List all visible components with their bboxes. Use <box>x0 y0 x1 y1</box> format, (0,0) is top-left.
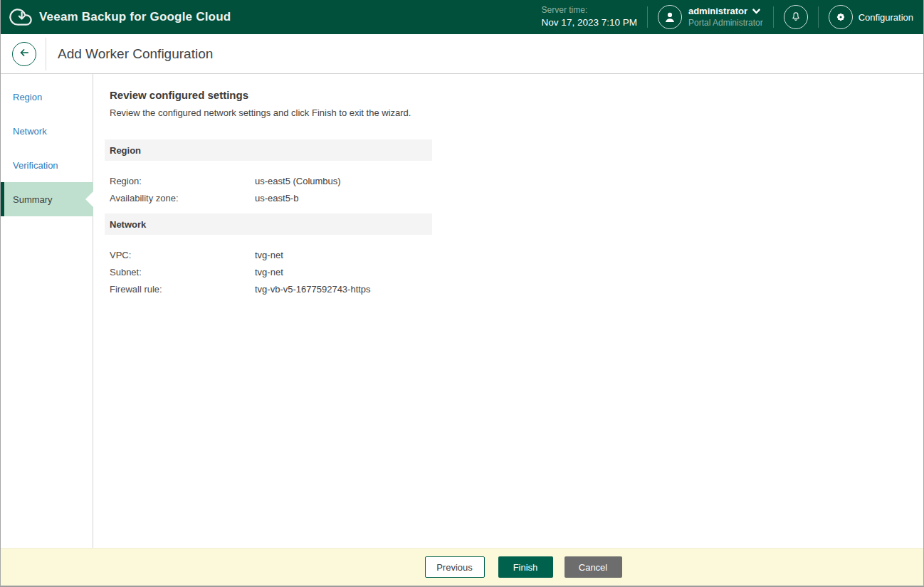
section-rows: Region: us-east5 (Columbus) Availability… <box>105 161 432 206</box>
page-header: Add Worker Configuration <box>1 34 923 74</box>
app-window: Veeam Backup for Google Cloud Server tim… <box>0 0 924 587</box>
summary-row: Subnet: tvg-net <box>110 263 432 280</box>
user-avatar <box>658 5 682 29</box>
row-label: VPC: <box>110 250 255 260</box>
sidebar-item-network[interactable]: Network <box>1 114 93 148</box>
section-header: Region <box>105 139 432 161</box>
cancel-button[interactable]: Cancel <box>565 556 622 578</box>
content-subheading: Review the configured network settings a… <box>110 107 906 120</box>
brand: Veeam Backup for Google Cloud <box>9 6 231 28</box>
row-label: Subnet: <box>110 267 255 277</box>
row-value: tvg-net <box>255 267 283 277</box>
summary-row: Region: us-east5 (Columbus) <box>110 172 432 189</box>
back-button[interactable] <box>12 42 36 66</box>
wizard-content: Review configured settings Review the co… <box>93 74 923 548</box>
gear-icon <box>829 5 853 29</box>
server-time-label: Server time: <box>542 5 637 16</box>
user-role: Portal Administrator <box>688 18 763 28</box>
divider <box>773 6 774 28</box>
summary-section-network: Network VPC: tvg-net Subnet: tvg-net Fir… <box>105 213 432 297</box>
summary-row: VPC: tvg-net <box>110 246 432 263</box>
sidebar-item-summary[interactable]: Summary <box>1 182 93 216</box>
user-name: administrator <box>688 6 747 17</box>
content-heading: Review configured settings <box>110 88 906 102</box>
section-header: Network <box>105 213 432 235</box>
notifications-button[interactable] <box>784 5 808 29</box>
user-meta: administrator Portal Administrator <box>688 6 763 28</box>
row-value: us-east5 (Columbus) <box>255 176 341 186</box>
row-label: Availability zone: <box>110 193 255 203</box>
wizard-footer: Previous Finish Cancel <box>1 548 923 586</box>
wizard-sidebar: Region Network Verification Summary <box>1 74 93 548</box>
summary-row: Availability zone: us-east5-b <box>110 189 432 206</box>
divider <box>46 38 46 70</box>
divider <box>818 6 819 28</box>
row-label: Region: <box>110 176 255 186</box>
divider <box>647 6 648 28</box>
chevron-down-icon <box>752 6 760 17</box>
row-value: tvg-vb-v5-1677592743-https <box>255 284 371 295</box>
finish-button[interactable]: Finish <box>498 556 553 578</box>
server-time-value: Nov 17, 2023 7:10 PM <box>542 16 637 29</box>
summary-row: Firewall rule: tvg-vb-v5-1677592743-http… <box>110 280 432 297</box>
configuration-button[interactable]: Configuration <box>829 5 913 29</box>
server-time: Server time: Nov 17, 2023 7:10 PM <box>542 5 637 28</box>
row-label: Firewall rule: <box>110 284 255 295</box>
row-value: us-east5-b <box>255 193 298 203</box>
section-rows: VPC: tvg-net Subnet: tvg-net Firewall ru… <box>105 235 432 297</box>
app-title: Veeam Backup for Google Cloud <box>39 10 231 24</box>
sidebar-item-verification[interactable]: Verification <box>1 148 93 182</box>
page-title: Add Worker Configuration <box>58 46 213 62</box>
previous-button[interactable]: Previous <box>425 556 485 578</box>
body: Region Network Verification Summary Revi… <box>1 74 923 548</box>
top-bar-right: Server time: Nov 17, 2023 7:10 PM admini… <box>542 5 913 29</box>
row-value: tvg-net <box>255 250 283 260</box>
veeam-cloud-logo-icon <box>9 6 32 28</box>
sidebar-item-region[interactable]: Region <box>1 80 93 114</box>
summary-section-region: Region Region: us-east5 (Columbus) Avail… <box>105 139 432 206</box>
user-menu[interactable]: administrator Portal Administrator <box>658 5 763 29</box>
section-title: Region <box>110 145 141 156</box>
configuration-label: Configuration <box>859 12 913 23</box>
section-title: Network <box>110 219 146 230</box>
arrow-left-icon <box>18 46 31 61</box>
bell-icon <box>789 10 802 25</box>
top-bar: Veeam Backup for Google Cloud Server tim… <box>1 0 923 34</box>
